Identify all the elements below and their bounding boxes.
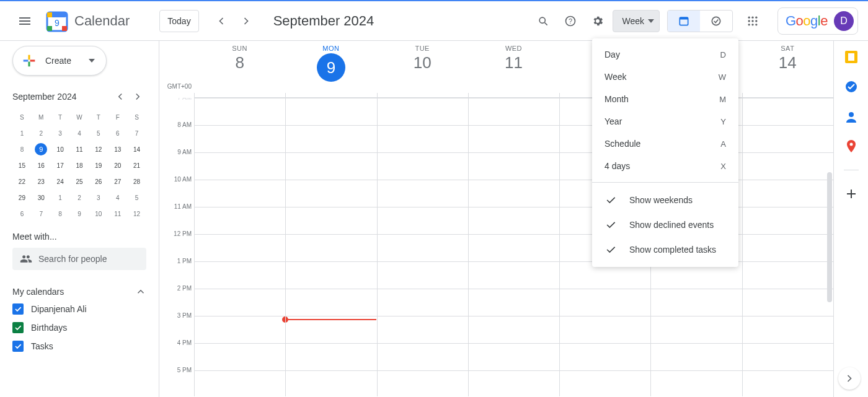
mini-day-cell[interactable]: 2 bbox=[70, 190, 89, 206]
google-apps-button[interactable] bbox=[740, 9, 765, 33]
mini-day-cell[interactable]: 1 bbox=[12, 125, 32, 141]
mini-day-cell[interactable]: 30 bbox=[32, 190, 51, 206]
time-slot[interactable] bbox=[468, 98, 559, 125]
mini-day-cell[interactable]: 8 bbox=[51, 206, 70, 222]
time-slot[interactable] bbox=[377, 316, 468, 343]
mini-day-cell[interactable]: 6 bbox=[12, 206, 32, 222]
time-slot[interactable] bbox=[285, 235, 376, 261]
mini-day-cell[interactable]: 3 bbox=[51, 125, 70, 141]
search-button[interactable] bbox=[531, 9, 556, 33]
time-slot[interactable] bbox=[468, 180, 559, 207]
time-slot[interactable] bbox=[194, 289, 285, 316]
day-column-header[interactable]: WED11 bbox=[468, 41, 559, 93]
mini-day-cell[interactable]: 5 bbox=[127, 190, 146, 206]
mini-day-cell[interactable]: 5 bbox=[89, 125, 108, 141]
view-menu-item[interactable]: YearY bbox=[592, 110, 738, 133]
mini-day-cell[interactable]: 8 bbox=[12, 141, 32, 157]
time-slot[interactable] bbox=[650, 289, 742, 316]
mini-day-cell[interactable]: 11 bbox=[70, 141, 89, 157]
time-slot[interactable] bbox=[377, 371, 468, 396]
time-slot[interactable] bbox=[285, 289, 376, 316]
day-column-header[interactable]: TUE10 bbox=[377, 41, 468, 93]
calendar-list-item[interactable]: Dipanjenah Ali bbox=[12, 303, 146, 315]
mini-day-cell[interactable]: 22 bbox=[12, 173, 32, 190]
time-slot[interactable] bbox=[742, 207, 833, 234]
view-menu-item[interactable]: WeekW bbox=[592, 66, 738, 88]
time-slot[interactable] bbox=[742, 371, 833, 396]
day-column-header[interactable]: MON9 bbox=[285, 41, 376, 93]
mini-day-cell[interactable]: 10 bbox=[51, 141, 70, 157]
time-slot[interactable] bbox=[194, 262, 285, 289]
side-panel-collapse-button[interactable] bbox=[838, 367, 861, 390]
time-slot[interactable] bbox=[377, 180, 468, 207]
calendar-list-item[interactable]: Tasks bbox=[12, 341, 146, 352]
time-slot[interactable] bbox=[285, 153, 376, 180]
time-slot[interactable] bbox=[559, 289, 650, 316]
mini-day-cell[interactable]: 2 bbox=[32, 125, 51, 141]
time-slot[interactable] bbox=[377, 207, 468, 234]
time-slot[interactable] bbox=[468, 126, 559, 152]
mini-day-cell[interactable]: 15 bbox=[12, 157, 32, 173]
time-slot[interactable] bbox=[377, 98, 468, 125]
mini-day-cell[interactable]: 7 bbox=[32, 206, 51, 222]
mini-day-cell[interactable]: 13 bbox=[108, 141, 127, 157]
mini-prev-month[interactable] bbox=[112, 88, 129, 105]
time-slot[interactable] bbox=[742, 98, 833, 125]
calendar-checkbox[interactable] bbox=[12, 303, 24, 315]
account-chip[interactable]: Google D bbox=[777, 7, 858, 35]
day-column-header[interactable]: SAT14 bbox=[742, 41, 833, 93]
time-slot[interactable] bbox=[742, 262, 833, 289]
time-slot[interactable] bbox=[285, 207, 376, 234]
vertical-scrollbar[interactable] bbox=[826, 98, 833, 358]
tasks-mode-button[interactable] bbox=[700, 11, 732, 32]
time-slot[interactable] bbox=[468, 235, 559, 261]
mini-day-cell[interactable]: 14 bbox=[127, 141, 146, 157]
time-slot[interactable] bbox=[194, 180, 285, 207]
mini-day-cell[interactable]: 28 bbox=[127, 173, 146, 190]
contacts-addon-button[interactable] bbox=[845, 110, 857, 123]
mini-day-cell[interactable]: 20 bbox=[108, 157, 127, 173]
time-slot[interactable] bbox=[559, 344, 650, 370]
mini-day-cell[interactable]: 12 bbox=[89, 141, 108, 157]
mini-day-cell[interactable]: 6 bbox=[108, 125, 127, 141]
time-slot[interactable] bbox=[194, 371, 285, 396]
view-switcher-button[interactable]: Week bbox=[613, 10, 660, 32]
mini-day-cell[interactable]: 4 bbox=[70, 125, 89, 141]
calendar-list-item[interactable]: Birthdays bbox=[12, 322, 146, 333]
view-menu-item[interactable]: 4 daysX bbox=[592, 155, 738, 177]
mini-day-cell[interactable]: 18 bbox=[70, 157, 89, 173]
today-button[interactable]: Today bbox=[159, 10, 198, 32]
prev-period-button[interactable] bbox=[209, 9, 234, 33]
time-slot[interactable] bbox=[377, 344, 468, 370]
time-slot[interactable] bbox=[194, 235, 285, 261]
maps-addon-button[interactable] bbox=[845, 140, 857, 152]
time-slot[interactable] bbox=[742, 316, 833, 343]
mini-day-cell[interactable]: 16 bbox=[32, 157, 51, 173]
time-slot[interactable] bbox=[468, 316, 559, 343]
next-period-button[interactable] bbox=[234, 9, 259, 33]
mini-day-cell[interactable]: 9 bbox=[70, 206, 89, 222]
view-menu-toggle[interactable]: Show completed tasks bbox=[592, 237, 738, 262]
view-menu-item[interactable]: DayD bbox=[592, 43, 738, 66]
time-slot[interactable] bbox=[650, 344, 742, 370]
keep-addon-button[interactable] bbox=[845, 51, 857, 63]
view-menu-item[interactable]: ScheduleA bbox=[592, 133, 738, 155]
mini-day-cell[interactable]: 12 bbox=[127, 206, 146, 222]
calendar-checkbox[interactable] bbox=[12, 322, 24, 333]
support-button[interactable]: ? bbox=[558, 9, 583, 33]
mini-day-cell[interactable]: 9 bbox=[32, 141, 51, 157]
time-slot[interactable] bbox=[285, 344, 376, 370]
time-slot[interactable] bbox=[377, 289, 468, 316]
mini-day-cell[interactable]: 10 bbox=[89, 206, 108, 222]
mini-day-cell[interactable]: 24 bbox=[51, 173, 70, 190]
get-addons-button[interactable] bbox=[845, 188, 857, 200]
time-slot[interactable] bbox=[285, 371, 376, 396]
mini-day-cell[interactable]: 3 bbox=[89, 190, 108, 206]
time-slot[interactable] bbox=[377, 153, 468, 180]
mini-day-cell[interactable]: 21 bbox=[127, 157, 146, 173]
day-column-header[interactable]: SUN8 bbox=[194, 41, 285, 93]
time-slot[interactable] bbox=[742, 289, 833, 316]
view-menu-item[interactable]: MonthM bbox=[592, 88, 738, 110]
create-button[interactable]: Create bbox=[12, 46, 107, 76]
settings-button[interactable] bbox=[585, 9, 610, 33]
